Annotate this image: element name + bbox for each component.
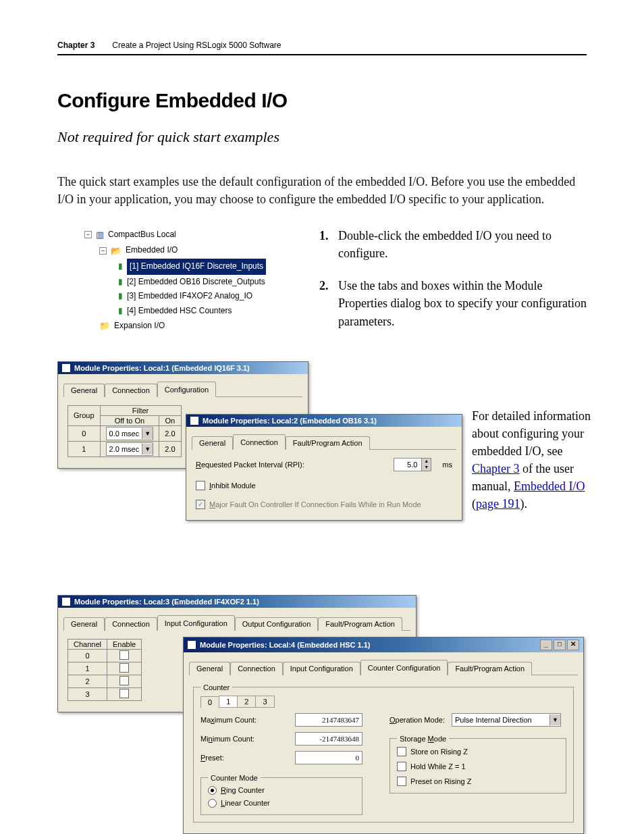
preset-rising-checkbox[interactable]: Preset on Rising Z [397, 777, 559, 786]
collapse-icon[interactable]: − [84, 231, 92, 238]
counter-mode-fieldset: Counter Mode Ring Counter Linear Counter [200, 774, 363, 815]
operation-mode-label: Operation Mode: [390, 716, 445, 724]
spin-down-icon[interactable]: ▼ [421, 465, 431, 471]
tab-input-config[interactable]: Input Configuration [283, 662, 360, 675]
max-count-field[interactable] [295, 713, 363, 727]
close-button[interactable]: ✕ [567, 640, 579, 650]
tab-general[interactable]: General [189, 662, 230, 675]
inhibit-checkbox[interactable]: Inhibit Module [196, 481, 452, 490]
step-1: 1. Double-click the embedded I/O you nee… [319, 227, 587, 262]
counter-tab-3[interactable]: 3 [255, 696, 274, 708]
cell: 2.0 [159, 441, 181, 457]
counter-tab-0[interactable]: 0 [200, 696, 219, 708]
tab-fault-program[interactable]: Fault/Program Action [448, 662, 532, 675]
spin-up-icon[interactable]: ▲ [421, 459, 431, 465]
tab-connection[interactable]: Connection [105, 617, 157, 631]
operation-mode-select[interactable]: Pulse Internal Direction ▼ [452, 713, 561, 727]
tab-input-config[interactable]: Input Configuration [157, 615, 235, 631]
hold-while-checkbox[interactable]: Hold While Z = 1 [397, 762, 559, 771]
major-fault-label: Major Fault On Controller If Connection … [209, 500, 421, 509]
titlebar[interactable]: Module Properties: Local:3 (Embedded IF4… [58, 596, 416, 608]
module-icon: ▮ [118, 259, 123, 274]
channel-cell: 2 [68, 675, 107, 687]
checkbox-icon [119, 689, 129, 698]
tab-connection[interactable]: Connection [105, 384, 157, 397]
preset-label: Preset: [200, 754, 224, 762]
tree-item[interactable]: ▮ [3] Embedded IF4XOF2 Analog_IO [84, 289, 300, 304]
chevron-down-icon[interactable]: ▼ [142, 428, 153, 439]
tree-item[interactable]: ▮ [2] Embedded OB16 Discrete_Outputs [84, 275, 300, 290]
tab-fault-program[interactable]: Fault/Program Action [286, 436, 370, 450]
tree-folder-label: Expansion I/O [114, 319, 165, 334]
tree-folder-expansion[interactable]: 📁 Expansion I/O [84, 318, 300, 334]
step-number: 1. [319, 227, 333, 262]
filter-dropdown[interactable]: 2.0 msec ▼ [106, 442, 154, 456]
major-fault-checkbox[interactable]: ✓ Major Fault On Controller If Connectio… [196, 500, 452, 509]
preset-field[interactable] [295, 751, 363, 764]
folder-open-icon: 📂 [111, 243, 122, 259]
tab-counter-config[interactable]: Counter Configuration [360, 660, 448, 675]
store-rising-checkbox[interactable]: Store on Rising Z [397, 747, 559, 756]
group-header: Group [68, 405, 101, 425]
tab-output-config[interactable]: Output Configuration [235, 617, 319, 631]
counter-legend: Counter [200, 683, 232, 692]
cell: 0.0 msec ▼ [100, 425, 159, 441]
linear-counter-radio[interactable]: Linear Counter [208, 799, 355, 808]
tree-item[interactable]: ▮ [4] Embedded HSC Counters [84, 304, 300, 319]
tab-general[interactable]: General [192, 436, 233, 450]
link-embedded-io[interactable]: Embedded I/O [514, 479, 585, 493]
hold-while-label: Hold While Z = 1 [410, 762, 466, 771]
storage-mode-legend: Storage Mode [397, 735, 449, 743]
enable-checkbox[interactable] [119, 689, 129, 698]
tab-general[interactable]: General [63, 617, 105, 631]
intro-paragraph: The quick start examples use the default… [57, 173, 587, 208]
chevron-down-icon[interactable]: ▼ [142, 444, 153, 454]
tab-configuration[interactable]: Configuration [157, 382, 216, 397]
link-chapter-3[interactable]: Chapter 3 [472, 462, 519, 475]
filter-table: Group Filter Off to On On 0 0.0 msec ▼ [68, 405, 182, 457]
enable-checkbox[interactable] [119, 676, 129, 685]
tab-general[interactable]: General [63, 384, 105, 397]
link-page-191[interactable]: page 191 [476, 497, 520, 511]
titlebar[interactable]: Module Properties: Local:4 (Embedded HSC… [184, 637, 583, 652]
maximize-button[interactable]: □ [554, 640, 566, 650]
titlebar[interactable]: Module Properties: Local:1 (Embedded IQ1… [58, 362, 308, 374]
counter-tab-1[interactable]: 1 [219, 696, 238, 708]
enable-checkbox[interactable] [119, 650, 129, 660]
tab-connection[interactable]: Connection [230, 662, 283, 675]
counter-tab-2[interactable]: 2 [237, 696, 256, 708]
module-icon: ▮ [118, 275, 123, 290]
min-count-field[interactable] [295, 732, 363, 746]
radio-icon [208, 786, 217, 795]
linear-label: Linear Counter [221, 799, 270, 807]
cell: 2.0 [159, 425, 181, 441]
tab-fault-program[interactable]: Fault/Program Action [318, 617, 402, 631]
enable-checkbox[interactable] [119, 663, 129, 673]
tree-item-label: [1] Embedded IQ16F Discrete_Inputs [127, 259, 266, 275]
tree-item[interactable]: ▮ [1] Embedded IQ16F Discrete_Inputs [84, 259, 300, 275]
chevron-down-icon[interactable]: ▼ [549, 714, 560, 725]
collapse-icon[interactable]: − [99, 247, 107, 255]
tab-connection[interactable]: Connection [233, 434, 286, 450]
preset-rising-label: Preset on Rising Z [410, 777, 471, 785]
rpi-spinner[interactable]: 5.0 ▲▼ [394, 458, 431, 471]
radio-icon [208, 799, 217, 808]
minimize-button[interactable]: _ [540, 640, 552, 650]
module-props-dialog-4: Module Properties: Local:4 (Embedded HSC… [183, 637, 584, 834]
store-rising-label: Store on Rising Z [410, 748, 468, 756]
step-number: 2. [319, 277, 333, 330]
channel-header: Channel [68, 639, 107, 649]
app-icon [190, 417, 198, 425]
module-props-dialog-2: Module Properties: Local:2 (Embedded OB1… [186, 414, 462, 521]
module-icon: ▮ [118, 304, 123, 319]
tree-folder-embedded[interactable]: − 📂 Embedded I/O [84, 243, 300, 259]
dialog-title: Module Properties: Local:2 (Embedded OB1… [203, 417, 377, 425]
tree-root[interactable]: − ▥ CompactBus Local [84, 227, 300, 242]
col-on: On [159, 415, 181, 425]
ring-counter-radio[interactable]: Ring Counter [208, 786, 355, 795]
tree-item-label: [4] Embedded HSC Counters [127, 304, 232, 319]
channel-cell: 0 [68, 649, 107, 662]
titlebar[interactable]: Module Properties: Local:2 (Embedded OB1… [186, 415, 462, 427]
section-heading: Configure Embedded I/O [57, 89, 587, 112]
filter-dropdown[interactable]: 0.0 msec ▼ [106, 427, 154, 440]
